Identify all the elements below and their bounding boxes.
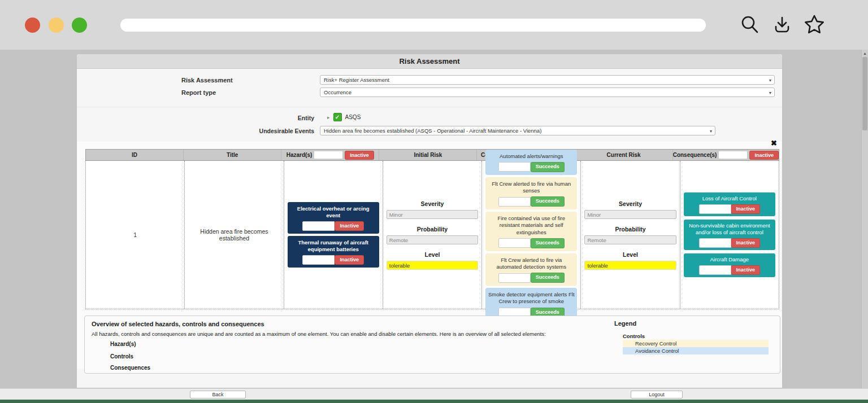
consequence-status-input[interactable]: [699, 265, 731, 275]
bookmark-star-icon[interactable]: [802, 13, 826, 37]
hazards-inactive-button[interactable]: Inactive: [345, 151, 374, 160]
header-consequences: Consequence(s) Inactive: [673, 150, 779, 160]
scrollbar-thumb[interactable]: [862, 57, 867, 130]
close-window-button[interactable]: [25, 17, 40, 33]
legend-heading: Legend: [614, 320, 770, 327]
overview-description: All hazards, controls and consequences a…: [92, 331, 600, 337]
legend-recovery-control: Recovery Control: [623, 340, 769, 347]
consequence-inactive-button[interactable]: Inactive: [731, 265, 761, 275]
consequence-status-input[interactable]: [699, 204, 731, 214]
control-status-input[interactable]: [498, 197, 531, 207]
consequence-inactive-button[interactable]: Inactive: [731, 204, 761, 214]
control-status-input[interactable]: [498, 273, 531, 283]
hazards-filter-input[interactable]: [314, 151, 343, 159]
close-icon[interactable]: ✖: [771, 139, 777, 147]
table-header-row: ID Title Hazard(s) Inactive Initial Risk…: [85, 149, 779, 161]
hazard-inactive-button[interactable]: Inactive: [335, 255, 364, 265]
maximize-window-button[interactable]: [72, 17, 87, 33]
entity-name: ASQS: [345, 114, 361, 120]
address-bar[interactable]: [120, 19, 706, 32]
report-type-select[interactable]: Occurrence ▾: [320, 87, 775, 97]
header-title: Title: [184, 150, 281, 160]
chevron-down-icon: ▾: [769, 76, 771, 85]
hazard-status-pill: Inactive: [290, 255, 377, 265]
header-hazards-label: Hazard(s): [287, 152, 313, 158]
consequence-status-input[interactable]: [699, 238, 731, 248]
page-scrollbar[interactable]: ▲: [861, 50, 868, 388]
consequence-inactive-button[interactable]: Inactive: [731, 238, 761, 248]
consequence-label: Aircraft Damage: [710, 256, 749, 262]
legend-avoidance-control: Avoidance Control: [623, 347, 769, 354]
overview-panel: Overview of selected hazards, controls a…: [84, 316, 780, 374]
control-status-input[interactable]: [498, 162, 531, 172]
control-status-pill: Succeeds: [488, 196, 575, 207]
control-item: Flt Crew alerted to fire via human sense…: [485, 177, 577, 209]
entity-checkbox[interactable]: ✓: [333, 113, 342, 121]
row-title: Hidden area fire becomes established: [188, 228, 280, 242]
logout-button[interactable]: Logout: [631, 391, 683, 398]
overview-controls-label: Controls: [110, 353, 133, 360]
consequence-item: Loss of Aircraft Control Inactive: [684, 192, 775, 216]
control-succeeds-button[interactable]: Succeeds: [531, 273, 565, 283]
hazard-status-input[interactable]: [302, 255, 335, 265]
control-item: Flt Crew alerted to fire via automated d…: [485, 253, 577, 286]
header-consequences-label: Consequence(s): [673, 152, 717, 158]
control-item: Automated alerts/warnings Succeeds: [485, 150, 577, 175]
undesirable-events-select[interactable]: Hidden area fire becomes established (AS…: [320, 126, 715, 135]
control-label: Smoke detector equipment alerts Flt Crew…: [488, 291, 575, 304]
control-label: Flt Crew alerted to fire via automated d…: [496, 257, 566, 270]
download-icon[interactable]: [772, 14, 792, 37]
control-status-input[interactable]: [498, 238, 531, 248]
level-group: Level tolerable: [584, 251, 676, 270]
chevron-down-icon: ▾: [710, 127, 712, 135]
probability-value: Remote: [584, 235, 676, 244]
control-succeeds-button[interactable]: Succeeds: [531, 162, 565, 172]
consequence-status-pill: Inactive: [686, 204, 773, 214]
severity-label: Severity: [584, 200, 676, 207]
severity-group: Severity Minor: [387, 200, 478, 219]
consequences-inactive-button[interactable]: Inactive: [749, 151, 779, 160]
overview-consequences-label: Consequences: [110, 365, 150, 371]
level-value: tolerable: [584, 261, 676, 270]
hazard-label: Electrical overheat or arcing event: [297, 205, 370, 218]
control-label: Flt Crew alerted to fire via human sense…: [492, 181, 571, 194]
report-type-label: Report type: [181, 89, 216, 96]
hazard-label: Thermal runaway of aircraft equipment ba…: [298, 239, 368, 252]
control-succeeds-button[interactable]: Succeeds: [531, 196, 565, 207]
overview-hazards-label: Hazard(s): [110, 341, 136, 347]
consequences-filter-input[interactable]: [718, 151, 748, 159]
control-status-pill: Succeeds: [488, 238, 575, 248]
cell-hazards: Electrical overheat or arcing event Inac…: [284, 161, 383, 309]
hazard-status-pill: Inactive: [290, 221, 377, 231]
control-succeeds-button[interactable]: Succeeds: [531, 238, 565, 248]
hazard-inactive-button[interactable]: Inactive: [335, 221, 364, 231]
minimize-window-button[interactable]: [49, 17, 64, 33]
control-item: Fire contained via use of fire resistant…: [485, 212, 577, 251]
probability-label: Probability: [584, 226, 676, 233]
footer-bar: Back Logout: [0, 388, 868, 400]
entity-tree-item: ▸ ✓ ASQS: [327, 113, 361, 121]
consequence-label: Non-survivable cabin environment and/or …: [689, 222, 770, 235]
hazard-status-input[interactable]: [302, 221, 335, 231]
header-id: ID: [86, 150, 184, 160]
probability-group: Probability Remote: [584, 226, 676, 244]
section-divider: [77, 107, 782, 107]
probability-value: Remote: [387, 235, 478, 244]
back-button[interactable]: Back: [190, 391, 246, 398]
consequence-item: Non-survivable cabin environment and/or …: [684, 220, 775, 250]
search-icon[interactable]: [740, 14, 760, 36]
control-label: Fire contained via use of fire resistant…: [498, 215, 565, 235]
tree-expander-icon[interactable]: ▸: [327, 115, 330, 120]
probability-group: Probability Remote: [387, 226, 478, 244]
scroll-up-icon[interactable]: ▲: [862, 50, 868, 56]
severity-value: Minor: [387, 210, 478, 219]
header-current-risk: Current Risk: [575, 150, 673, 160]
browser-toolbar: [0, 0, 868, 50]
level-group: Level tolerable: [387, 251, 478, 270]
undesirable-events-value: Hidden area fire becomes established (AS…: [324, 128, 541, 134]
risk-assessment-panel: Risk Assessment Risk Assessment Risk+ Re…: [76, 54, 783, 388]
risk-assessment-select[interactable]: Risk+ Register Assessment ▾: [320, 75, 775, 85]
cell-consequences: Loss of Aircraft Control Inactive Non-su…: [680, 161, 779, 309]
header-hazards: Hazard(s) Inactive: [281, 150, 379, 160]
table-row: 1 Hidden area fire becomes established E…: [85, 161, 779, 309]
